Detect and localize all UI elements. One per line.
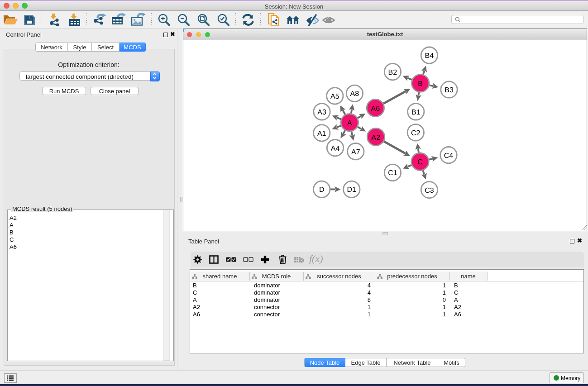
svg-text:B3: B3 — [445, 86, 454, 94]
svg-text:D1: D1 — [347, 186, 357, 194]
svg-text:A5: A5 — [330, 93, 339, 100]
svg-text:D: D — [319, 186, 325, 194]
svg-text:B4: B4 — [425, 52, 434, 60]
svg-text:A: A — [347, 119, 352, 127]
svg-text:B1: B1 — [411, 109, 421, 116]
svg-text:C2: C2 — [411, 129, 421, 137]
svg-text:A1: A1 — [317, 130, 326, 138]
svg-text:C3: C3 — [425, 187, 434, 195]
svg-text:B2: B2 — [388, 69, 397, 76]
svg-text:A8: A8 — [350, 90, 359, 98]
svg-text:A4: A4 — [331, 145, 340, 152]
svg-text:C: C — [417, 158, 423, 166]
svg-text:C1: C1 — [388, 169, 397, 177]
svg-text:A2: A2 — [372, 134, 381, 142]
svg-text:A6: A6 — [371, 105, 380, 113]
svg-text:A7: A7 — [351, 148, 360, 156]
svg-text:C4: C4 — [444, 152, 454, 160]
svg-text:B: B — [418, 80, 423, 88]
svg-text:A3: A3 — [317, 109, 326, 116]
